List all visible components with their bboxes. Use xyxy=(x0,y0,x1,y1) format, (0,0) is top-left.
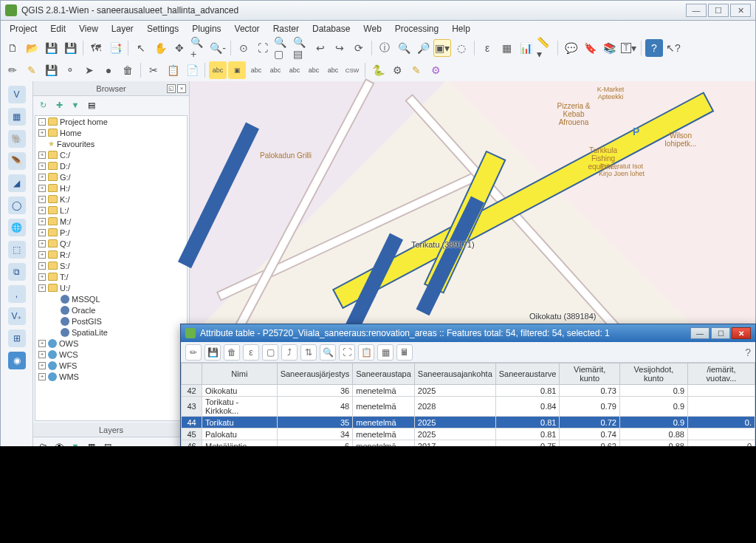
whatsthis-button[interactable]: ↖? xyxy=(664,39,682,57)
attr-minimize-button[interactable]: — xyxy=(690,327,709,339)
filter-browser-button[interactable]: ▼ xyxy=(69,98,82,112)
table-button[interactable]: ▦ xyxy=(498,39,515,57)
add-mssql-button[interactable]: ◢ xyxy=(8,174,26,192)
virtual-layer-button[interactable]: ⊞ xyxy=(8,329,26,347)
add-postgis-button[interactable]: 🐘 xyxy=(8,130,26,148)
add-wms-button[interactable]: 🌐 xyxy=(8,219,26,236)
browser-item[interactable]: -Project home xyxy=(35,116,187,127)
close-button[interactable]: ✕ xyxy=(730,4,751,17)
zoom-next-button[interactable]: ↪ xyxy=(331,39,348,57)
browser-item[interactable]: +Q:/ xyxy=(35,238,187,249)
add-csv-button[interactable]: , xyxy=(8,285,26,303)
table-row[interactable]: 42Oikokatu36menetelmä20250.810.730.9 xyxy=(182,385,755,397)
attr-close-button[interactable]: ✕ xyxy=(732,327,751,339)
cursor-button[interactable]: ↖ xyxy=(132,39,150,57)
browser-item[interactable]: +D:/ xyxy=(35,160,187,171)
maximize-button[interactable]: ☐ xyxy=(708,4,729,17)
composer-button[interactable]: 📑 xyxy=(106,39,124,57)
menu-raster[interactable]: Raster xyxy=(267,22,305,35)
python-button[interactable]: 🐍 xyxy=(369,61,387,79)
browser-item[interactable]: +WCS xyxy=(35,349,187,360)
select-rect-button[interactable]: ▣▾ xyxy=(433,39,451,57)
browser-item[interactable]: +P:/ xyxy=(35,227,187,238)
add-feature-button[interactable]: ● xyxy=(100,61,117,79)
add-spatialite-button[interactable]: 🪶 xyxy=(8,152,26,170)
attr-col-header[interactable]: Saneeraustapa xyxy=(353,363,415,385)
attr-fieldcalc-button[interactable]: 🖩 xyxy=(396,344,413,361)
browser-item[interactable]: Oracle xyxy=(35,304,187,315)
save-edits-button[interactable]: 💾 xyxy=(42,61,60,79)
abc4-button[interactable]: abc xyxy=(305,61,323,79)
add-wcs-button[interactable]: ⬚ xyxy=(8,241,26,259)
browser-item[interactable]: +L:/ xyxy=(35,205,187,216)
paste-button[interactable]: 📄 xyxy=(183,61,201,79)
delete-button[interactable]: 🗑 xyxy=(119,61,137,79)
browser-item[interactable]: +H:/ xyxy=(35,182,187,194)
settings-button[interactable]: ⚙ xyxy=(427,61,444,79)
label-abc-button[interactable]: abc xyxy=(209,61,227,79)
add-wfs-button[interactable]: ⧉ xyxy=(8,263,26,281)
edit-toggle-button[interactable]: ✏ xyxy=(4,61,21,79)
refresh-button[interactable]: ⟳ xyxy=(350,39,368,57)
move-feature-button[interactable]: ➤ xyxy=(80,61,98,79)
browser-item[interactable]: +R:/ xyxy=(35,249,187,260)
menu-settings[interactable]: Settings xyxy=(141,22,185,35)
select-tool-button[interactable]: 🔍 xyxy=(395,39,413,57)
new-project-button[interactable]: 🗋 xyxy=(4,39,21,57)
open-project-button[interactable]: 📂 xyxy=(23,39,41,57)
add-layer-button[interactable]: ✚ xyxy=(52,98,66,112)
menu-processing[interactable]: Processing xyxy=(389,22,444,35)
attr-col-header[interactable]: Vesijohdot, kunto xyxy=(619,363,687,385)
zoom-full-button[interactable]: ⛶ xyxy=(254,39,272,57)
menu-web[interactable]: Web xyxy=(357,22,387,35)
abc5-button[interactable]: abc xyxy=(324,61,342,79)
zoom-out-button[interactable]: 🔍- xyxy=(209,39,227,57)
menu-edit[interactable]: Edit xyxy=(44,22,72,35)
attr-deselect-button[interactable]: ▢ xyxy=(262,344,278,361)
browser-item[interactable]: +WFS xyxy=(35,360,187,371)
attr-maximize-button[interactable]: ☐ xyxy=(711,327,730,339)
abc3-button[interactable]: abc xyxy=(286,61,303,79)
pencil-button[interactable]: ✎ xyxy=(23,61,41,79)
minimize-button[interactable]: — xyxy=(686,4,707,17)
attr-col-header[interactable]: Saneerausjärjestys xyxy=(277,363,353,385)
field-calc-button[interactable]: 📊 xyxy=(517,39,535,57)
layout-button[interactable]: 🗺 xyxy=(87,39,105,57)
pan-button[interactable]: ✋ xyxy=(151,39,169,57)
script-button[interactable]: ✎ xyxy=(408,61,425,79)
table-row[interactable]: 44Torikatu35menetelmä20250.810.720.90. xyxy=(182,417,755,428)
browser-item[interactable]: ★Favourites xyxy=(35,138,187,149)
zoom-selection-button[interactable]: 🔍▢ xyxy=(273,39,291,57)
maptips-button[interactable]: 💬 xyxy=(562,39,580,57)
add-raster-button[interactable]: ▦ xyxy=(8,108,26,126)
table-row[interactable]: 43Torikatu - Kirkkok...48menetelmä20280.… xyxy=(182,397,755,417)
node-button[interactable]: ⚬ xyxy=(61,61,79,79)
browser-item[interactable]: +M:/ xyxy=(35,216,187,227)
menu-database[interactable]: Database xyxy=(306,22,356,35)
processing-button[interactable]: ⚙ xyxy=(388,61,406,79)
attr-move-top-button[interactable]: ⤴ xyxy=(281,344,298,361)
zoom-in-button[interactable]: 🔍+ xyxy=(190,39,207,57)
deselect-button[interactable]: ◌ xyxy=(453,39,470,57)
browser-item[interactable]: +K:/ xyxy=(35,194,187,205)
zoom-layer-button[interactable]: 🔍▤ xyxy=(292,39,310,57)
help-button[interactable]: ? xyxy=(645,39,663,57)
attr-col-header[interactable]: Viemärit, kunto xyxy=(560,363,619,385)
measure-button[interactable]: 📏▾ xyxy=(536,39,554,57)
menu-plugins[interactable]: Plugins xyxy=(186,22,227,35)
menu-vector[interactable]: Vector xyxy=(229,22,266,35)
browser-item[interactable]: +G:/ xyxy=(35,171,187,182)
attr-edit-button[interactable]: ✏ xyxy=(185,344,202,361)
browser-item[interactable]: +WMS xyxy=(35,371,187,382)
attr-copy-button[interactable]: 📋 xyxy=(358,344,374,361)
save-button[interactable]: 💾 xyxy=(42,39,60,57)
browser-item[interactable]: +T:/ xyxy=(35,271,187,282)
browser-float-icon[interactable]: ◱ xyxy=(167,84,176,93)
attr-col-header[interactable]: Saneerausajankohta xyxy=(414,363,495,385)
menu-project[interactable]: Project xyxy=(4,22,43,35)
attr-zoom-button[interactable]: 🔍 xyxy=(320,344,336,361)
browser-item[interactable]: +OWS xyxy=(35,338,187,349)
browser-item[interactable]: SpatiaLite xyxy=(35,327,187,338)
zoom-last-button[interactable]: ↩ xyxy=(312,39,329,57)
browser-item[interactable]: +S:/ xyxy=(35,260,187,271)
